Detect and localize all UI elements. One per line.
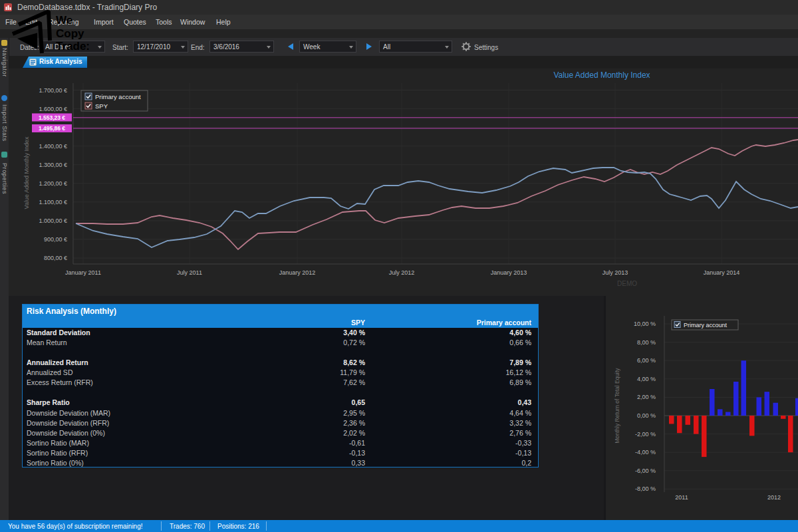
svg-text:SPY: SPY: [95, 102, 108, 110]
svg-text:January 2011: January 2011: [65, 269, 101, 276]
svg-text:2011: 2011: [675, 494, 688, 501]
svg-text:6,00 %: 6,00 %: [637, 357, 656, 364]
svg-text:January 2013: January 2013: [491, 269, 527, 276]
svg-text:Value Added Monthly Index: Value Added Monthly Index: [553, 70, 650, 80]
svg-text:Value Added Monthly Index: Value Added Monthly Index: [23, 136, 30, 209]
svg-text:1.700,00 €: 1.700,00 €: [39, 87, 67, 94]
svg-text:1.300,00 €: 1.300,00 €: [39, 162, 67, 168]
svg-text:January 2012: January 2012: [279, 269, 316, 276]
svg-text:8,00 %: 8,00 %: [637, 339, 656, 346]
svg-text:900,00 €: 900,00 €: [44, 236, 67, 243]
svg-text:1.495,86 €: 1.495,86 €: [39, 125, 65, 132]
svg-text:July 2011: July 2011: [177, 269, 202, 276]
svg-text:800,00 €: 800,00 €: [44, 255, 67, 261]
svg-text:1.000,00 €: 1.000,00 €: [39, 217, 67, 224]
svg-text:-4,00 %: -4,00 %: [635, 449, 656, 456]
svg-text:Primary account: Primary account: [684, 322, 728, 329]
svg-text:4,00 %: 4,00 %: [637, 376, 656, 382]
svg-text:1.400,00 €: 1.400,00 €: [39, 143, 67, 150]
svg-text:-6,00 %: -6,00 %: [635, 467, 656, 474]
svg-text:2012: 2012: [767, 494, 781, 501]
svg-text:January 2014: January 2014: [704, 269, 740, 276]
svg-text:DEMO: DEMO: [617, 280, 637, 287]
svg-text:0,00 %: 0,00 %: [637, 412, 656, 419]
svg-text:Monthly Return of Total Equity: Monthly Return of Total Equity: [614, 368, 620, 444]
svg-text:July 2013: July 2013: [602, 269, 628, 276]
svg-text:-8,00 %: -8,00 %: [635, 485, 656, 492]
svg-text:2,00 %: 2,00 %: [637, 394, 656, 400]
svg-text:Primary account: Primary account: [95, 93, 141, 100]
svg-text:1.100,00 €: 1.100,00 €: [39, 199, 67, 205]
svg-text:10,00 %: 10,00 %: [634, 321, 656, 327]
svg-text:1.600,00 €: 1.600,00 €: [39, 106, 67, 112]
svg-text:-2,00 %: -2,00 %: [635, 431, 656, 438]
svg-text:1.553,23 €: 1.553,23 €: [39, 114, 65, 121]
svg-text:1.200,00 €: 1.200,00 €: [39, 180, 67, 187]
svg-text:July 2012: July 2012: [389, 269, 415, 276]
